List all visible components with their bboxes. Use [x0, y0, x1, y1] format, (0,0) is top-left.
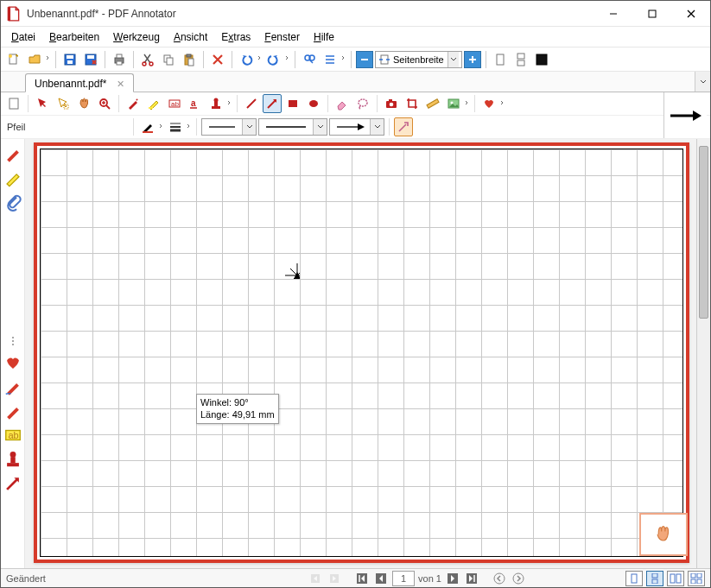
svg-point-14 [143, 62, 146, 66]
list-button[interactable] [321, 50, 340, 69]
svg-text:ab: ab [8, 430, 18, 440]
copy-button[interactable] [159, 50, 178, 69]
svg-rect-59 [427, 99, 439, 108]
continuous-page-button[interactable] [511, 50, 530, 69]
delete-button[interactable] [208, 50, 227, 69]
crop-tool-button[interactable] [403, 94, 422, 113]
vertical-scrollbar[interactable] [696, 139, 710, 568]
line-style-combo[interactable] [258, 118, 327, 136]
prev-page-button[interactable] [373, 571, 389, 586]
sidebar-attachment-icon[interactable] [3, 193, 22, 212]
menu-ansicht[interactable]: Ansicht [167, 28, 214, 46]
svg-text:ab: ab [171, 100, 179, 108]
svg-rect-43 [149, 107, 153, 109]
new-doc-button[interactable] [4, 50, 23, 69]
rectangle-tool-button[interactable] [283, 94, 302, 113]
textbox-tool-button[interactable]: ab [165, 94, 184, 113]
nav-forward-button[interactable] [511, 571, 526, 586]
ellipse-tool-button[interactable] [304, 94, 323, 113]
line-color-button[interactable] [138, 117, 157, 136]
document-viewport[interactable]: Winkel: 90° Länge: 49,91 mm [25, 139, 710, 568]
tab-overflow-button[interactable] [695, 72, 710, 92]
line-start-style-combo[interactable] [201, 118, 257, 136]
close-button[interactable] [671, 1, 710, 26]
redo-button[interactable] [264, 50, 283, 69]
zoom-out-button[interactable] [356, 51, 373, 68]
minimize-button[interactable] [594, 1, 632, 26]
underline-tool-button[interactable]: a [186, 94, 205, 113]
first-page-button[interactable] [354, 571, 370, 586]
sidebar-pen-red-icon[interactable] [3, 377, 22, 396]
nav-back-button[interactable] [492, 571, 507, 586]
sidebar-textmarker-icon[interactable] [3, 168, 22, 187]
layout-two-page-button[interactable] [667, 571, 684, 586]
chevron-down-icon [448, 52, 459, 67]
line-end-style-combo[interactable] [329, 118, 384, 136]
menu-extras[interactable]: Extras [214, 28, 257, 46]
menu-fenster[interactable]: Fenster [257, 28, 307, 46]
sidebar-pen-thin-icon[interactable] [3, 401, 22, 420]
sidebar-pen-icon[interactable] [3, 144, 22, 163]
layout-switcher [625, 571, 710, 586]
measure-tool-button[interactable] [423, 94, 442, 113]
svg-rect-53 [289, 100, 297, 107]
zoom-tool-button[interactable] [95, 94, 114, 113]
document-tabstrip: Unbenannt.pdf* ✕ [1, 72, 710, 92]
menu-hilfe[interactable]: Hilfe [307, 28, 341, 46]
menu-bearbeiten[interactable]: Bearbeiten [42, 28, 106, 46]
lasso-erase-button[interactable] [353, 94, 372, 113]
sidebar-favorite-icon[interactable] [3, 353, 22, 372]
eraser-tool-button[interactable] [333, 94, 352, 113]
menu-datei[interactable]: Datei [4, 28, 42, 46]
undo-button[interactable] [237, 50, 256, 69]
layout-two-continuous-button[interactable] [688, 571, 705, 586]
save-button[interactable] [60, 50, 79, 69]
page-mode-button[interactable] [4, 94, 23, 113]
window-title: Unbenannt.pdf* - PDF Annotator [27, 8, 594, 20]
pan-button[interactable] [74, 94, 93, 113]
touchpad-overlay[interactable] [639, 513, 688, 556]
sidebar-arrow-icon[interactable] [3, 474, 22, 493]
document-tab[interactable]: Unbenannt.pdf* ✕ [25, 73, 134, 92]
line-tool-button[interactable] [242, 94, 261, 113]
menu-werkzeug[interactable]: Werkzeug [106, 28, 167, 46]
close-tab-icon[interactable]: ✕ [117, 79, 124, 90]
line-width-button[interactable] [166, 117, 185, 136]
cut-button[interactable] [138, 50, 157, 69]
menubar: Datei Bearbeiten Werkzeug Ansicht Extras… [1, 27, 710, 47]
thumb-page-next-button[interactable] [327, 571, 342, 586]
last-page-button[interactable] [464, 571, 479, 586]
next-page-button[interactable] [445, 571, 460, 586]
scrollbar-thumb[interactable] [699, 146, 708, 319]
open-button[interactable] [25, 50, 44, 69]
pen-tool-button[interactable] [124, 94, 143, 113]
page-number-field[interactable]: 1 [392, 571, 415, 586]
highlighter-tool-button[interactable] [144, 94, 163, 113]
svg-rect-12 [117, 54, 122, 58]
svg-rect-17 [167, 58, 173, 65]
sidebar-text-ab-icon[interactable]: ab [3, 426, 22, 445]
snap-toggle-button[interactable] [394, 117, 413, 136]
arrow-tool-button[interactable] [263, 94, 282, 113]
lasso-pointer-button[interactable] [54, 94, 73, 113]
favorite-tool-button[interactable] [479, 94, 498, 113]
layout-single-button[interactable] [625, 571, 643, 586]
save-as-button[interactable] [81, 50, 100, 69]
layout-continuous-button[interactable] [646, 571, 663, 586]
stamp-tool-button[interactable] [206, 94, 225, 113]
sidebar-grip[interactable] [1, 337, 24, 345]
svg-point-54 [309, 100, 318, 107]
select-pointer-button[interactable] [33, 94, 52, 113]
single-page-button[interactable] [491, 50, 510, 69]
paste-button[interactable] [180, 50, 199, 69]
zoom-in-button[interactable] [464, 51, 481, 68]
fullscreen-button[interactable] [532, 50, 551, 69]
zoom-mode-combo[interactable]: Seitenbreite [375, 51, 462, 68]
print-button[interactable] [110, 50, 129, 69]
thumb-page-prev-button[interactable] [308, 571, 323, 586]
image-insert-button[interactable] [444, 94, 463, 113]
snapshot-tool-button[interactable] [382, 94, 401, 113]
maximize-button[interactable] [632, 1, 671, 26]
sidebar-stamp-icon[interactable] [3, 450, 22, 469]
find-button[interactable] [300, 50, 319, 69]
